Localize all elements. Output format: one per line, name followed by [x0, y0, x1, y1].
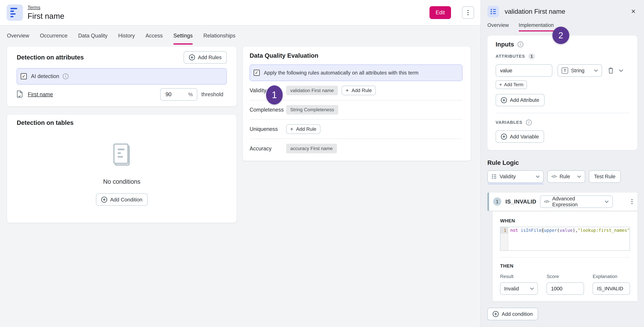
tab-data-quality[interactable]: Data Quality — [78, 31, 108, 41]
then-section: THEN Result Invalid Score 1000 Ex — [500, 257, 630, 295]
trash-icon — [608, 67, 614, 74]
tab-access[interactable]: Access — [146, 31, 163, 41]
result-label: Result — [500, 274, 538, 279]
test-rule-button[interactable]: Test Rule — [589, 170, 621, 183]
expression-editor[interactable]: 1 not isInFile(upper(value),"lookup:firs… — [500, 227, 630, 251]
result-select[interactable]: Invalid — [500, 282, 538, 295]
kebab-icon — [632, 199, 632, 204]
variables-label: VARIABLES — [496, 120, 522, 125]
add-variable-button[interactable]: Add Variable — [496, 130, 544, 143]
panel-tab-overview[interactable]: Overview — [488, 22, 509, 31]
attributes-count-badge: 1 — [528, 53, 535, 60]
tab-overview[interactable]: Overview — [7, 31, 29, 41]
plus-icon: + — [290, 126, 293, 132]
detection-attributes-title: Detection on attributes — [17, 54, 84, 61]
plus-circle-icon — [189, 54, 195, 61]
term-type-icon — [7, 5, 23, 21]
ai-detection-checkbox[interactable]: ✓ — [21, 73, 27, 79]
threshold-label: threshold — [202, 91, 227, 98]
rule-badge[interactable]: accuracy First name — [286, 144, 337, 153]
code-line-content: not isInFile(upper(value),"lookup:first_… — [508, 227, 630, 234]
attribute-link[interactable]: First name — [28, 91, 53, 98]
ai-detection-label: AI detection — [31, 73, 59, 79]
dq-row-uniqueness: Uniqueness + Add Rule — [250, 120, 463, 139]
main-area: Terms First name Edit Overview Occurrenc… — [0, 0, 480, 327]
plus-circle-icon — [501, 97, 507, 103]
chevron-down-icon — [605, 200, 609, 203]
condition-body: WHEN 1 not isInFile(upper(value),"lookup… — [493, 211, 637, 301]
line-number: 1 — [500, 227, 508, 234]
explanation-input[interactable]: IS_INVALID — [593, 282, 630, 295]
breadcrumb[interactable]: Terms — [28, 5, 64, 10]
checklist-icon — [492, 174, 497, 179]
attribute-value-input[interactable]: value — [496, 64, 552, 77]
rule-badge[interactable]: validation First name — [286, 86, 338, 95]
dimension-label: Uniqueness — [250, 126, 286, 132]
main-tab-bar: Overview Occurrence Data Quality History… — [0, 26, 480, 46]
code-icon: </> — [552, 174, 557, 179]
ai-detection-row: ✓ AI detection — [17, 68, 227, 85]
chevron-down-icon — [577, 175, 581, 178]
rule-type-select[interactable]: </> Rule — [548, 170, 585, 183]
condition-name: IS_INVALID — [506, 198, 536, 205]
apply-rules-checkbox[interactable]: ✓ — [254, 70, 260, 76]
inputs-card: Inputs ATTRIBUTES 1 value T String — [488, 36, 638, 150]
plus-icon: + — [346, 87, 349, 94]
condition-menu-button[interactable] — [632, 199, 632, 204]
info-icon — [526, 119, 532, 126]
inputs-heading: Inputs — [496, 41, 514, 48]
page-title: First name — [28, 12, 64, 21]
add-term-button[interactable]: + Add Term — [496, 80, 527, 89]
edit-button[interactable]: Edit — [430, 6, 451, 19]
chevron-down-icon — [536, 175, 540, 178]
expand-attribute-button[interactable] — [619, 69, 623, 72]
plus-circle-icon — [101, 197, 107, 203]
attribute-threshold-row: First name 90 % threshold — [17, 88, 227, 101]
close-icon[interactable]: ✕ — [629, 7, 637, 16]
condition-header: 1 IS_INVALID </> Advanced Expression — [488, 193, 638, 211]
apply-rules-label: Apply the following rules automatically … — [264, 70, 418, 76]
plus-circle-icon — [501, 134, 507, 140]
condition-index-badge: 1 — [493, 197, 502, 206]
more-menu-button[interactable] — [462, 7, 474, 19]
score-input[interactable]: 1000 — [546, 282, 584, 295]
add-rules-button[interactable]: Add Rules — [184, 51, 227, 64]
tab-relationships[interactable]: Relationships — [203, 31, 235, 41]
then-label: THEN — [500, 263, 630, 269]
checklist-icon — [488, 6, 499, 17]
delete-attribute-button[interactable] — [608, 67, 614, 74]
detection-tables-title: Detection on tables — [17, 119, 227, 126]
code-icon: </> — [544, 199, 549, 204]
attribute-type-select[interactable]: T String — [558, 64, 602, 77]
tab-history[interactable]: History — [118, 31, 135, 41]
tab-occurrence[interactable]: Occurrence — [40, 31, 68, 41]
add-rule-button-validity[interactable]: + Add Rule — [342, 86, 376, 95]
threshold-input[interactable]: 90 % — [160, 88, 197, 101]
apply-rules-row: ✓ Apply the following rules automaticall… — [250, 65, 463, 81]
add-condition-button-panel[interactable]: Add condition — [488, 308, 538, 320]
attributes-label: ATTRIBUTES — [496, 54, 525, 59]
dq-row-completeness: Completeness String Completeness — [250, 100, 463, 120]
add-condition-button-main[interactable]: Add Condition — [96, 193, 148, 206]
attribute-input-row: value T String — [496, 64, 629, 77]
chevron-down-icon — [619, 69, 623, 72]
term-doc-icon — [17, 91, 23, 98]
dimension-label: Accuracy — [250, 146, 286, 152]
dimension-select[interactable]: Validity — [488, 170, 544, 183]
expression-mode-select[interactable]: </> Advanced Expression — [540, 195, 613, 208]
rule-badge[interactable]: String Completeness — [286, 105, 338, 115]
add-attribute-button[interactable]: Add Attribute — [496, 94, 544, 106]
explanation-label: Explanation — [593, 274, 630, 279]
add-rule-button-uniqueness[interactable]: + Add Rule — [286, 124, 320, 134]
tab-settings[interactable]: Settings — [174, 31, 193, 41]
plus-circle-icon — [492, 311, 499, 317]
dq-row-accuracy: Accuracy accuracy First name — [250, 139, 463, 158]
info-icon — [517, 41, 524, 48]
panel-tab-implementation[interactable]: Implementation — [519, 22, 554, 31]
app-root: Terms First name Edit Overview Occurrenc… — [0, 0, 644, 327]
when-label: WHEN — [500, 218, 630, 224]
type-string-icon: T — [562, 67, 568, 74]
rule-logic-heading: Rule Logic — [488, 159, 638, 166]
rule-detail-panel: validation First name ✕ Overview Impleme… — [480, 0, 644, 327]
dimension-label: Completeness — [250, 107, 286, 113]
